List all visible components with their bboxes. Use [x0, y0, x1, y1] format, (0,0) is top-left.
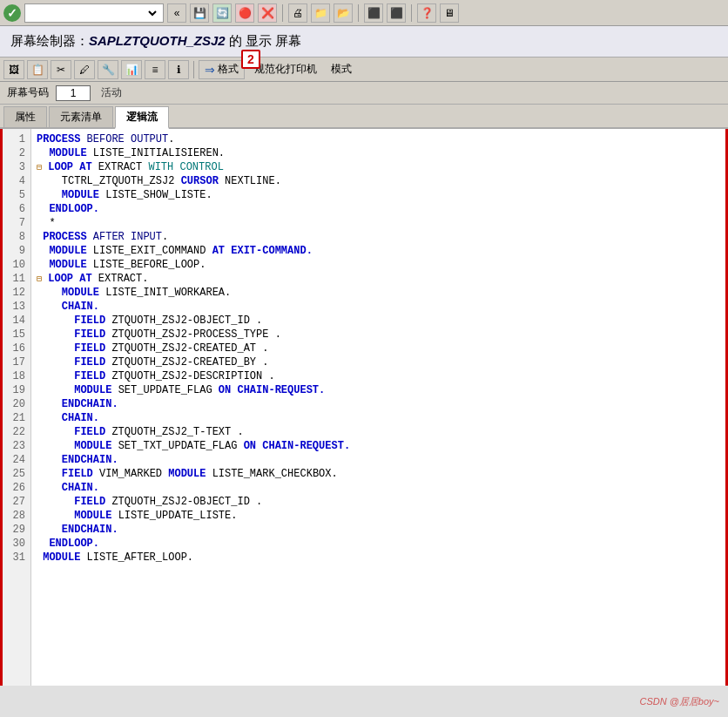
btn5[interactable]: ❌	[258, 3, 277, 23]
code-line[interactable]: ENDCHAIN.	[37, 397, 723, 411]
code-line[interactable]: FIELD VIM_MARKED MODULE LISTE_MARK_CHECK…	[37, 467, 723, 481]
tb-icon9[interactable]: 🖥	[440, 3, 459, 23]
code-segment: FIELD	[37, 328, 111, 341]
code-line[interactable]: TCTRL_ZTQUOTH_ZSJ2 CURSOR NEXTLINE.	[37, 174, 723, 188]
line-num: 27	[0, 495, 30, 509]
code-line[interactable]: CHAIN.	[37, 411, 723, 425]
code-line[interactable]: FIELD ZTQUOTH_ZSJ2-OBJECT_ID .	[37, 314, 723, 328]
code-segment: ENDCHAIN.	[37, 524, 118, 536]
code-segment: FIELD	[37, 356, 111, 369]
save-icon[interactable]: 💾	[190, 3, 209, 23]
title-prefix: 屏幕绘制器：	[10, 33, 89, 48]
code-line[interactable]: PROCESS BEFORE OUTPUT.	[37, 132, 723, 146]
code-line[interactable]: MODULE LISTE_SHOW_LISTE.	[37, 188, 723, 202]
mode-menu-item[interactable]: 模式	[327, 60, 355, 78]
code-line[interactable]: ENDCHAIN.	[37, 453, 723, 467]
code-segment: ZTQUOTH_ZSJ2-CREATED_AT .	[111, 342, 268, 355]
code-segment: PROCESS	[37, 231, 93, 243]
code-line[interactable]: ENDLOOP.	[37, 537, 723, 551]
tb2-btn8[interactable]: ℹ	[168, 60, 189, 79]
code-line[interactable]: CHAIN.	[37, 300, 723, 314]
code-line[interactable]: MODULE SET_TXT_UPDATE_FLAG ON CHAIN-REQU…	[37, 439, 723, 453]
second-toolbar: 🖼 📋 ✂ 🖊 🔧 📊 ≡ ℹ ⇒ 格式 2 规范化打印机 模式	[0, 57, 728, 82]
line-num: 11	[0, 272, 30, 286]
code-line[interactable]: *	[37, 216, 723, 230]
line-num: 18	[0, 369, 30, 383]
code-segment: VIM_MARKED	[99, 468, 168, 480]
menu-items: 规范化打印机 模式	[251, 60, 355, 78]
folder2-icon[interactable]: 📂	[334, 3, 353, 23]
tb2-btn3[interactable]: ✂	[51, 60, 71, 79]
code-segment: LISTE_INIT_WORKAREA.	[105, 287, 231, 299]
code-line[interactable]: PROCESS AFTER INPUT.	[37, 230, 723, 244]
line-num: 1	[0, 132, 30, 146]
code-line[interactable]: MODULE LISTE_UPDATE_LISTE.	[37, 509, 723, 523]
tb2-btn4[interactable]: 🖊	[74, 60, 95, 79]
screen-num-bar: 屏幕号码 活动	[0, 82, 728, 105]
code-segment: LISTE_INITIALISIEREN.	[93, 147, 225, 159]
code-segment: LISTE_EXIT_COMMAND	[93, 245, 212, 257]
btn3[interactable]: 🔄	[212, 3, 232, 23]
tb2-btn5[interactable]: 🔧	[98, 60, 118, 79]
code-line[interactable]: ⊟ LOOP AT EXTRACT WITH CONTROL	[37, 160, 723, 174]
code-segment: LOOP AT	[42, 161, 98, 173]
line-num: 23	[0, 439, 30, 453]
title-suffix: 的 显示 屏幕	[226, 33, 302, 48]
code-line[interactable]: MODULE LISTE_INIT_WORKAREA.	[37, 286, 723, 300]
line-num: 16	[0, 342, 30, 355]
code-line[interactable]: MODULE LISTE_AFTER_LOOP.	[37, 551, 723, 565]
check-icon[interactable]: ✓	[3, 4, 21, 22]
code-line[interactable]: FIELD ZTQUOTH_ZSJ2-CREATED_BY .	[37, 355, 723, 369]
tb2-btn2[interactable]: 📋	[27, 60, 48, 79]
code-line[interactable]: MODULE LISTE_BEFORE_LOOP.	[37, 258, 723, 272]
tab-logic-flow[interactable]: 逻辑流	[115, 106, 169, 129]
code-line[interactable]: FIELD ZTQUOTH_ZSJ2-OBJECT_ID .	[37, 495, 723, 509]
code-line[interactable]: FIELD ZTQUOTH_ZSJ2-DESCRIPTION .	[37, 369, 723, 383]
line-num: 15	[0, 328, 30, 342]
code-line[interactable]: FIELD ZTQUOTH_ZSJ2-PROCESS_TYPE .	[37, 328, 723, 342]
tab-elements[interactable]: 元素清单	[49, 106, 113, 127]
code-line[interactable]: ENDLOOP.	[37, 202, 723, 216]
printer-menu-item[interactable]: 规范化打印机	[251, 60, 320, 78]
code-segment: FIELD	[37, 426, 111, 438]
code-line[interactable]: MODULE LISTE_INITIALISIEREN.	[37, 146, 723, 160]
screen-num-input[interactable]	[56, 85, 91, 101]
code-line[interactable]: FIELD ZTQUOTH_ZSJ2_T-TEXT .	[37, 425, 723, 439]
line-numbers: 1234567891011121314151617181920212223242…	[0, 129, 31, 686]
print-icon[interactable]: 🖨	[288, 3, 307, 23]
code-line[interactable]: MODULE LISTE_EXIT_COMMAND AT EXIT-COMMAN…	[37, 244, 723, 258]
folder-icon[interactable]: 📁	[311, 3, 330, 23]
tb2-btn6[interactable]: 📊	[121, 60, 142, 79]
code-segment: PROCESS	[37, 133, 87, 145]
code-content[interactable]: PROCESS BEFORE OUTPUT. MODULE LISTE_INIT…	[31, 129, 728, 686]
toolbar-dropdown[interactable]	[24, 3, 164, 23]
code-line[interactable]: ⊟ LOOP AT EXTRACT.	[37, 272, 723, 286]
tab-properties[interactable]: 属性	[3, 106, 47, 127]
tb-icon8[interactable]: ❓	[417, 3, 436, 23]
code-segment: EXTRACT	[98, 161, 149, 173]
format-button[interactable]: ⇒ 格式	[199, 60, 245, 79]
code-segment: CHAIN.	[37, 301, 99, 313]
tb-icon6[interactable]: ⬛	[364, 3, 383, 23]
code-segment: MODULE	[37, 440, 118, 452]
line-num: 24	[0, 453, 30, 467]
code-segment: LISTE_BEFORE_LOOP.	[93, 259, 206, 271]
tb-icon7[interactable]: ⬛	[387, 3, 406, 23]
code-segment: CURSOR	[181, 175, 225, 187]
line-num: 10	[0, 258, 30, 272]
code-line[interactable]: CHAIN.	[37, 481, 723, 495]
tb2-btn1[interactable]: 🖼	[3, 60, 24, 79]
sep4	[193, 61, 194, 78]
line-num: 4	[0, 174, 30, 188]
code-segment: MODULE	[37, 147, 93, 159]
btn4[interactable]: 🔴	[235, 3, 254, 23]
code-line[interactable]: FIELD ZTQUOTH_ZSJ2-CREATED_AT .	[37, 342, 723, 355]
code-line[interactable]: MODULE SET_UPDATE_FLAG ON CHAIN-REQUEST.	[37, 383, 723, 397]
nav-start-icon[interactable]: «	[167, 3, 186, 23]
line-num: 7	[0, 216, 30, 230]
toolbar-select[interactable]	[29, 7, 159, 19]
tb2-btn7[interactable]: ≡	[145, 60, 165, 79]
code-line[interactable]: ENDCHAIN.	[37, 523, 723, 537]
line-num: 12	[0, 286, 30, 300]
separator3	[411, 4, 412, 22]
